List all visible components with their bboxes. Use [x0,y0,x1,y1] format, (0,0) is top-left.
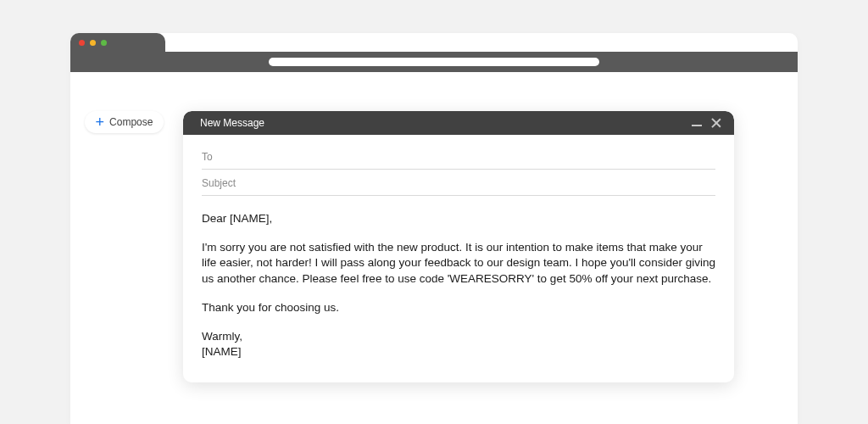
browser-toolbar [70,52,798,72]
body-paragraph-2: Thank you for choosing us. [202,300,715,315]
plus-icon: + [96,114,105,130]
browser-tab-bar [70,33,165,52]
to-field[interactable]: To [202,143,715,170]
message-header: New Message [183,111,734,135]
signature-line: [NAME] [202,345,242,358]
subject-field[interactable]: Subject [202,170,715,196]
url-bar[interactable] [269,58,599,66]
signoff-block: Warmly, [NAME] [202,329,715,360]
minimize-icon[interactable] [692,125,702,126]
subject-label: Subject [202,177,236,189]
window-close-icon[interactable] [79,40,85,46]
window-minimize-icon[interactable] [90,40,96,46]
window-maximize-icon[interactable] [101,40,107,46]
body-paragraph-1: I'm sorry you are not satisfied with the… [202,240,715,287]
close-icon[interactable] [710,117,722,129]
signoff-line: Warmly, [202,330,242,343]
to-label: To [202,151,213,163]
compose-button[interactable]: + Compose [85,111,164,133]
message-fields: To Subject [183,135,734,196]
new-message-window: New Message To Subject Dear [NAME], I'm … [183,111,734,382]
greeting-line: Dear [NAME], [202,211,715,226]
message-window-controls [692,117,722,129]
message-body[interactable]: Dear [NAME], I'm sorry you are not satis… [183,196,734,382]
message-title: New Message [200,117,264,129]
compose-label: Compose [109,116,153,128]
